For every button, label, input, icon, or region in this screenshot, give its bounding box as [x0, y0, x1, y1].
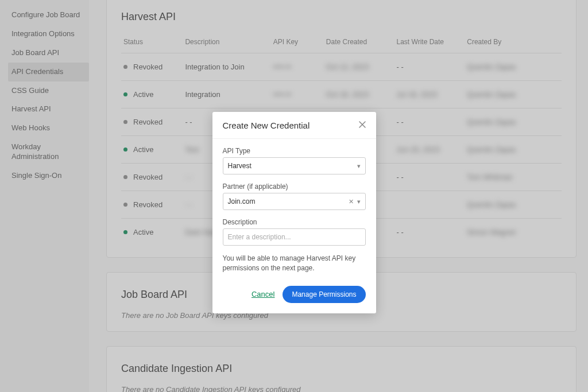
partner-value: Join.com — [228, 197, 256, 205]
create-credential-modal: Create New Credential API Type Harvest ▾… — [212, 112, 376, 313]
api-type-label: API Type — [223, 147, 366, 155]
description-label: Description — [223, 218, 366, 226]
api-type-select[interactable]: Harvest ▾ — [223, 157, 366, 174]
close-icon[interactable] — [359, 120, 366, 130]
chevron-down-icon: ▾ — [357, 198, 361, 205]
modal-overlay: Create New Credential API Type Harvest ▾… — [0, 0, 588, 392]
chevron-down-icon: ▾ — [357, 162, 361, 170]
manage-permissions-button[interactable]: Manage Permissions — [283, 286, 365, 303]
modal-help-text: You will be able to manage Harvest API k… — [223, 254, 366, 273]
partner-label: Partner (if applicable) — [223, 183, 366, 191]
modal-title: Create New Credential — [223, 121, 310, 130]
partner-select[interactable]: Join.com ✕ ▾ — [223, 193, 366, 210]
api-type-value: Harvest — [228, 162, 252, 170]
description-input[interactable] — [228, 233, 361, 241]
clear-icon[interactable]: ✕ — [349, 198, 354, 205]
cancel-button[interactable]: Cancel — [252, 290, 274, 298]
